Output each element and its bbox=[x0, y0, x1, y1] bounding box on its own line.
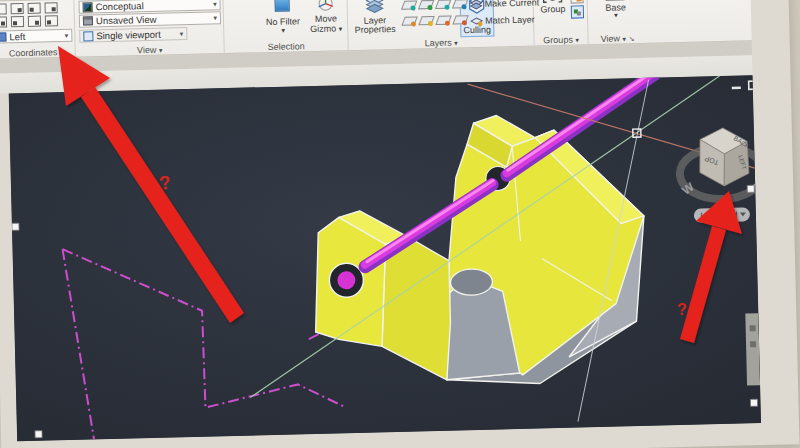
visual-style-value: Conceptual bbox=[95, 0, 143, 12]
scrollbar[interactable] bbox=[745, 313, 760, 385]
ucs-icon[interactable] bbox=[11, 3, 24, 14]
layer-properties-button[interactable]: Layer Properties bbox=[350, 0, 399, 40]
panel-label-groups: Groups ▾ bbox=[534, 34, 587, 45]
scrollbar-glyph bbox=[750, 325, 756, 331]
chevron-down-icon: ▾ bbox=[213, 0, 217, 7]
panel-view-create: Base ▾ View ▾ ↘ bbox=[587, 0, 646, 45]
move-gizmo-icon bbox=[316, 0, 334, 13]
panel-groups: Group Groups ▾ bbox=[533, 0, 588, 47]
panel-label-view-create: View ▾ ↘ bbox=[588, 33, 646, 44]
ucs-cube-icon bbox=[0, 32, 6, 41]
layer-tool-icon[interactable] bbox=[401, 16, 417, 25]
view-name-dropdown[interactable]: Unsaved View ▾ bbox=[79, 11, 221, 27]
ungroup-icon[interactable] bbox=[571, 5, 584, 18]
group-icon bbox=[542, 0, 562, 3]
named-ucs-dropdown[interactable]: Left ▾ bbox=[0, 29, 72, 44]
make-current-button[interactable]: Make Current bbox=[485, 0, 540, 9]
panel-selection: Culling No Filter ▾ Move G bbox=[223, 0, 348, 54]
ucs-icon[interactable] bbox=[0, 3, 7, 14]
chevron-down-icon: ▾ bbox=[622, 35, 626, 42]
base-view-icon bbox=[605, 0, 624, 1]
panel-view: Conceptual ▾ Unsaved View ▾ Single viewp… bbox=[74, 0, 224, 58]
chevron-down-icon: ▾ bbox=[575, 36, 579, 43]
viewport-config-value: Single viewport bbox=[96, 29, 161, 42]
model-space-viewport[interactable]: W S BACK TOP LEFT Unnamed bbox=[9, 75, 761, 441]
dialog-launcher-icon: ↘ bbox=[628, 35, 634, 42]
chevron-down-icon: ▾ bbox=[339, 25, 343, 32]
panel-coordinates: Left ▾ Coordinates bbox=[0, 0, 76, 60]
layer-properties-icon bbox=[363, 0, 385, 15]
chevron-down-icon: ▾ bbox=[263, 26, 303, 35]
saddle-groove[interactable] bbox=[450, 269, 493, 296]
visual-style-icon bbox=[83, 2, 93, 12]
layer-tool-icon[interactable] bbox=[435, 16, 451, 25]
base-button[interactable]: Base ▾ bbox=[595, 0, 636, 28]
viewport-config-icon bbox=[83, 31, 93, 41]
make-current-icon bbox=[470, 0, 483, 10]
ucs-dropdown-value: Left bbox=[9, 31, 25, 42]
canvas: W S BACK TOP LEFT Unnamed bbox=[9, 75, 761, 441]
layer-props-label-bottom: Properties bbox=[351, 24, 399, 35]
no-filter-button[interactable]: No Filter ▾ bbox=[262, 0, 303, 42]
autocad-window: Left ▾ Coordinates Conceptual ▾ Unsaved … bbox=[0, 0, 800, 448]
chevron-down-icon: ▾ bbox=[454, 39, 458, 46]
ucs-icon[interactable] bbox=[0, 16, 7, 27]
layer-lock-icon[interactable] bbox=[452, 0, 468, 9]
chevron-down-icon: ▾ bbox=[65, 32, 69, 39]
ucs-icon[interactable] bbox=[45, 2, 58, 13]
group-button[interactable]: Group bbox=[537, 0, 568, 19]
gizmo-label-bottom: Gizmo ▾ bbox=[306, 23, 346, 34]
view-name-icon bbox=[83, 16, 93, 25]
ucs-icon[interactable] bbox=[28, 16, 41, 27]
viewport-config-button[interactable]: Single viewport ▾ bbox=[79, 27, 187, 43]
match-layer-button[interactable]: Match Layer bbox=[485, 15, 535, 26]
scrollbar-glyph bbox=[750, 341, 756, 347]
grip[interactable] bbox=[12, 223, 19, 230]
panel-label-coordinates: Coordinates bbox=[0, 47, 75, 59]
ucs-icon[interactable] bbox=[45, 15, 58, 26]
minimize-icon[interactable] bbox=[732, 87, 741, 90]
ucs-icon[interactable] bbox=[11, 16, 24, 27]
ucs-icon[interactable] bbox=[28, 3, 41, 14]
grip[interactable] bbox=[750, 399, 757, 406]
photo-of-screen: Left ▾ Coordinates Conceptual ▾ Unsaved … bbox=[0, 0, 800, 448]
ucs-pill-label: Unnamed bbox=[700, 210, 737, 221]
chevron-down-icon: ▾ bbox=[596, 11, 636, 20]
chevron-down-icon: ▾ bbox=[213, 14, 217, 21]
match-layer-icon bbox=[470, 16, 483, 27]
no-filter-cube-icon bbox=[274, 0, 289, 12]
grip[interactable] bbox=[35, 431, 42, 438]
move-gizmo-button[interactable]: Move Gizmo ▾ bbox=[305, 0, 346, 41]
view-name-value: Unsaved View bbox=[96, 14, 157, 26]
layer-tool-icon[interactable] bbox=[435, 0, 451, 9]
chevron-down-icon: ▾ bbox=[159, 47, 163, 54]
layer-tool-icon[interactable] bbox=[418, 0, 434, 9]
layer-tool-icon[interactable] bbox=[401, 0, 417, 9]
group-edit-icon[interactable] bbox=[570, 0, 583, 4]
group-label: Group bbox=[538, 4, 568, 15]
panel-layers: Layer Properties bbox=[347, 0, 534, 51]
chevron-down-icon: ▾ bbox=[180, 30, 184, 37]
layer-tool-icon[interactable] bbox=[452, 15, 468, 24]
layer-tool-icon[interactable] bbox=[418, 16, 434, 25]
grip[interactable] bbox=[747, 185, 754, 192]
